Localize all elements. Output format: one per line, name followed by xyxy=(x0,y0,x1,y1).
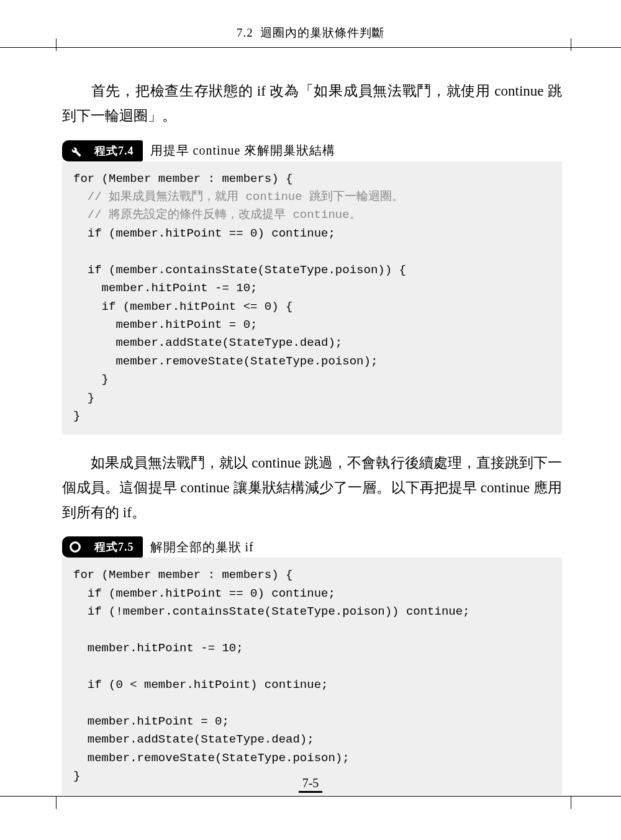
paragraph: 首先，把檢查生存狀態的 if 改為「如果成員無法戰鬥，就使用 continue … xyxy=(62,79,562,129)
listing-label: 程式7.4 xyxy=(87,140,143,161)
paragraph: 如果成員無法戰鬥，就以 continue 跳過，不會執行後續處理，直接跳到下一個… xyxy=(62,451,562,526)
listing-label: 程式7.5 xyxy=(87,536,143,558)
footer-rule xyxy=(0,796,621,797)
listing-header: 程式7.5 解開全部的巢狀 if xyxy=(62,536,562,558)
svg-point-0 xyxy=(71,543,80,552)
crop-mark xyxy=(563,797,571,809)
section-title: 迴圈內的巢狀條件判斷 xyxy=(260,26,384,39)
section-number: 7.2 xyxy=(237,26,253,39)
code-block: for (Member member : members) { // 如果成員無… xyxy=(62,161,562,435)
circle-icon xyxy=(62,536,88,558)
crop-mark xyxy=(56,38,64,51)
wrench-icon xyxy=(62,140,88,161)
crop-mark xyxy=(56,797,64,809)
listing-title: 解開全部的巢狀 if xyxy=(150,539,254,556)
page-number: 7-5 xyxy=(0,776,621,790)
listing-title: 用提早 continue 來解開巢狀結構 xyxy=(150,142,336,159)
page-header: 7.2 迴圈內的巢狀條件判斷 xyxy=(0,0,621,41)
code-block: for (Member member : members) { if (memb… xyxy=(62,558,562,794)
listing-header: 程式7.4 用提早 continue 來解開巢狀結構 xyxy=(62,140,562,161)
crop-mark xyxy=(563,38,571,51)
